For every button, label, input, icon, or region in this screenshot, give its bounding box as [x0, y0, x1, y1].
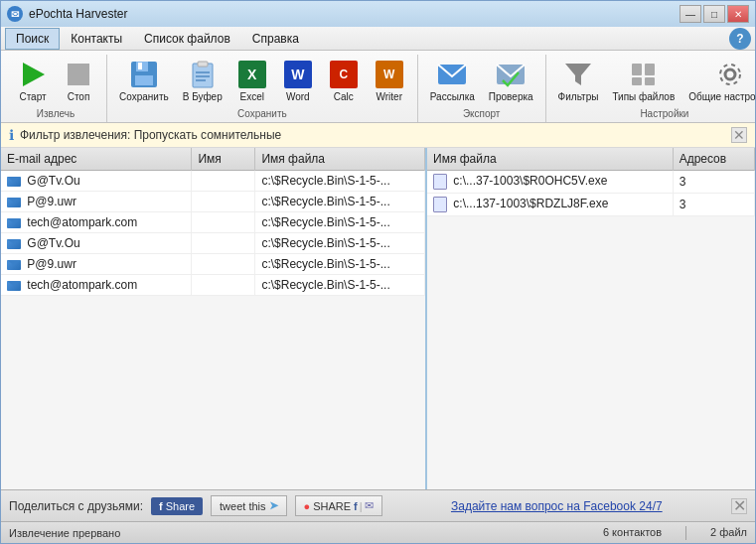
svg-point-19 [720, 65, 740, 84]
file-row-icon [433, 197, 447, 212]
svg-rect-16 [632, 77, 642, 85]
facebook-link[interactable]: Задайте нам вопрос на Facebook 24/7 [451, 499, 663, 513]
table-row[interactable]: c:\...137-1003\$RDZLJ8F.exe 3 [427, 194, 755, 216]
table-row[interactable]: tech@atompark.com c:\$Recycle.Bin\S-1-5-… [1, 275, 425, 296]
main-window: ✉ ePochta Harvester — □ ✕ Поиск Контакты… [0, 0, 756, 544]
share-icon: ● [304, 500, 311, 512]
table-row[interactable]: c:\...37-1003\$R0OHC5V.exe 3 [427, 171, 755, 194]
help-button[interactable]: ? [729, 28, 751, 50]
svg-rect-4 [135, 75, 153, 85]
window-controls: — □ ✕ [680, 5, 749, 23]
table-header-row: E-mail адрес Имя Имя файла [1, 148, 425, 171]
svg-rect-9 [196, 75, 210, 77]
col-filename[interactable]: Имя файла [255, 148, 425, 171]
count-cell: 3 [673, 194, 754, 216]
info-icon: ℹ [9, 127, 14, 143]
share-button[interactable]: ● SHARE f | ✉ [295, 495, 382, 516]
table-row[interactable]: tech@atompark.com c:\$Recycle.Bin\S-1-5-… [1, 212, 425, 233]
email-row-icon [7, 177, 21, 187]
name-cell [192, 192, 255, 212]
filters-button[interactable]: Фильтры [552, 55, 605, 106]
filename-cell: c:\$Recycle.Bin\S-1-5-... [255, 254, 425, 275]
minimize-button[interactable]: — [680, 5, 701, 23]
toolbar-save-group: Сохранить В Буфер [107, 55, 418, 122]
svg-rect-14 [632, 64, 642, 75]
share-fb-icon: f [354, 500, 358, 512]
export-buttons: Рассылка Проверка [424, 55, 539, 106]
stop-button[interactable]: Стоп [57, 55, 100, 106]
excel-button[interactable]: X Excel [230, 55, 274, 106]
col-email[interactable]: E-mail адрес [1, 148, 192, 171]
general-settings-button[interactable]: Общие настройки [682, 55, 756, 106]
filename-cell: c:\$Recycle.Bin\S-1-5-... [255, 192, 425, 212]
email-row-icon [7, 239, 21, 249]
menu-filelist[interactable]: Список файлов [133, 28, 241, 50]
writer-button[interactable]: W Writer [368, 55, 411, 106]
writer-icon: W [374, 59, 405, 90]
title-bar-left: ✉ ePochta Harvester [7, 6, 127, 22]
svg-rect-10 [196, 79, 206, 81]
col-name[interactable]: Имя [192, 148, 255, 171]
menu-contacts[interactable]: Контакты [60, 28, 133, 50]
tweet-arrow-icon: ➤ [269, 499, 278, 512]
file-cell: c:\...37-1003\$R0OHC5V.exe [453, 174, 607, 188]
filter-bar: ℹ Фильтр извлечения: Пропускать сомнител… [1, 123, 755, 148]
social-bar: Поделиться с друзьями: f Share tweet thi… [1, 489, 755, 521]
save-icon [128, 59, 160, 90]
menu-help[interactable]: Справка [241, 28, 310, 50]
check-icon [495, 59, 527, 90]
social-bar-close-button[interactable]: ✕ [731, 498, 747, 514]
tweet-button[interactable]: tweet this ➤ [211, 495, 286, 516]
app-icon: ✉ [7, 6, 23, 22]
settings-group-wrap: Фильтры Типы файлов [552, 55, 756, 122]
save-button[interactable]: Сохранить [113, 55, 175, 106]
status-right: 6 контактов 2 файл [603, 526, 747, 540]
settings-buttons: Фильтры Типы файлов [552, 55, 756, 106]
filter-text: Фильтр извлечения: Пропускать сомнительн… [20, 128, 281, 142]
email-row-icon [7, 218, 21, 228]
close-button[interactable]: ✕ [727, 5, 749, 23]
check-button[interactable]: Проверка [483, 55, 539, 106]
window-title: ePochta Harvester [29, 7, 127, 21]
facebook-share-button[interactable]: f Share [151, 497, 203, 515]
word-button[interactable]: W Word [276, 55, 320, 106]
buffer-button[interactable]: В Буфер [177, 55, 228, 106]
types-button[interactable]: Типы файлов [606, 55, 680, 106]
filter-close-button[interactable]: ✕ [731, 127, 747, 143]
menu-search[interactable]: Поиск [5, 28, 60, 50]
mail-button[interactable]: Рассылка [424, 55, 481, 106]
svg-rect-7 [198, 62, 208, 67]
svg-rect-1 [68, 64, 89, 85]
left-panel: E-mail адрес Имя Имя файла G@Tv.Ou c:\$R… [1, 148, 427, 489]
fb-share-label: Share [166, 500, 195, 512]
table-row[interactable]: G@Tv.Ou c:\$Recycle.Bin\S-1-5-... [1, 233, 425, 254]
email-cell: G@Tv.Ou [27, 174, 79, 188]
right-panel: Имя файла Адресов c:\...37-1003\$R0OHC5V… [427, 148, 755, 489]
start-button[interactable]: Старт [11, 55, 55, 106]
svg-point-18 [725, 69, 735, 79]
svg-rect-15 [645, 64, 655, 75]
email-cell: P@9.uwr [27, 195, 76, 208]
table-row[interactable]: P@9.uwr c:\$Recycle.Bin\S-1-5-... [1, 192, 425, 212]
table-row[interactable]: P@9.uwr c:\$Recycle.Bin\S-1-5-... [1, 254, 425, 275]
maximize-button[interactable]: □ [703, 5, 725, 23]
name-cell [192, 212, 255, 233]
facebook-icon: f [159, 500, 163, 512]
toolbar-export-group: Рассылка Проверка Экспорт [418, 55, 546, 122]
table-row[interactable]: G@Tv.Ou c:\$Recycle.Bin\S-1-5-... [1, 171, 425, 192]
filename-cell: c:\$Recycle.Bin\S-1-5-... [255, 212, 425, 233]
calc-icon: C [328, 59, 360, 90]
file-cell: c:\...137-1003\$RDZLJ8F.exe [453, 197, 608, 210]
types-icon [628, 59, 660, 90]
tweet-label: tweet this [220, 500, 265, 512]
settings-icon [714, 59, 746, 90]
col-file[interactable]: Имя файла [427, 148, 673, 171]
svg-rect-17 [645, 77, 655, 85]
left-table-container[interactable]: E-mail адрес Имя Имя файла G@Tv.Ou c:\$R… [1, 148, 425, 489]
calc-button[interactable]: C Calc [322, 55, 366, 106]
email-cell: tech@atompark.com [27, 278, 137, 292]
extract-group-wrap: Старт Стоп Извлечь [11, 55, 100, 122]
share-sep: | [360, 500, 363, 512]
col-count[interactable]: Адресов [673, 148, 754, 171]
right-table-container[interactable]: Имя файла Адресов c:\...37-1003\$R0OHC5V… [427, 148, 755, 489]
